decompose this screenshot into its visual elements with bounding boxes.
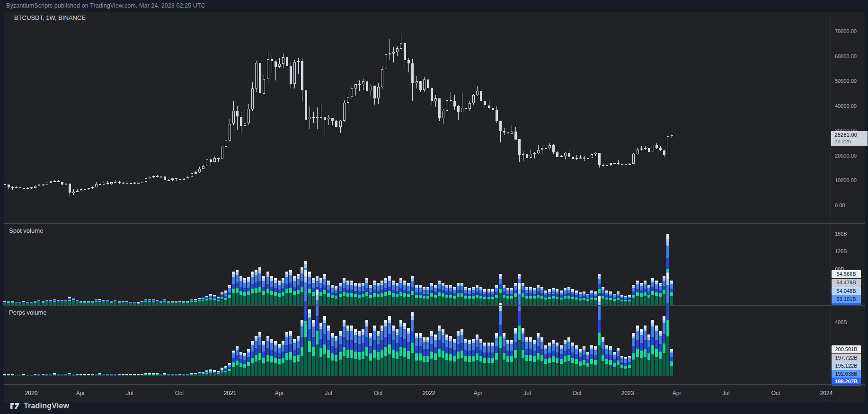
perps-volume-bar: [152, 373, 155, 376]
volume-segment: [628, 358, 631, 362]
volume-segment: [602, 290, 604, 293]
perps-volume-bar: [61, 374, 63, 376]
spot-volume-bar: [579, 292, 582, 305]
candle-up: [591, 154, 593, 158]
volume-segment: [472, 350, 475, 356]
perps-volume-bar: [373, 326, 376, 376]
candle-up: [385, 54, 387, 69]
volume-segment: [72, 375, 75, 376]
candle-up: [434, 98, 437, 101]
volume-segment: [144, 302, 147, 305]
volume-segment: [544, 364, 547, 375]
volume-segment: [548, 299, 551, 305]
volume-segment: [392, 285, 395, 290]
volume-segment: [537, 353, 540, 360]
spot-volume-bar: [118, 301, 121, 305]
spot-volume-bar: [442, 283, 444, 305]
volume-segment: [251, 352, 254, 358]
volume-segment: [479, 356, 482, 362]
spot-volume-bar: [83, 301, 86, 305]
perps-volume-bar: [156, 373, 159, 376]
volume-segment: [533, 299, 536, 305]
time-tick-label: 2021: [224, 390, 237, 396]
candle-down: [179, 179, 181, 180]
volume-segment: [632, 346, 635, 352]
volume-segment: [262, 352, 265, 358]
volume-segment: [45, 302, 48, 305]
volume-segment: [590, 364, 593, 375]
volume-segment: [647, 347, 650, 353]
price-axis-scale[interactable]: [0, 0, 34, 372]
volume-segment: [529, 290, 532, 293]
volume-segment: [83, 303, 86, 305]
perps-volume-bar: [114, 374, 116, 376]
candle-up: [46, 183, 48, 185]
volume-last-value-label: 195.122B: [832, 362, 861, 370]
volume-segment: [392, 297, 395, 305]
volume-segment: [453, 356, 456, 362]
volume-segment: [640, 297, 643, 305]
volume-segment: [670, 284, 673, 289]
chart-plot-area[interactable]: 70000.0060000.0050000.0040000.0030000.00…: [0, 0, 868, 414]
candle-up: [637, 150, 639, 154]
spot-volume-bar: [453, 287, 456, 305]
candle-down: [617, 163, 620, 164]
volume-segment: [266, 361, 269, 376]
volume-segment: [556, 346, 558, 352]
volume-segment: [636, 357, 639, 376]
perps-volume-bar: [640, 329, 643, 376]
candle-wick: [298, 58, 299, 74]
volume-segment: [384, 320, 387, 323]
spot-volume-bar: [491, 289, 494, 305]
perps-volume-bar: [510, 340, 513, 376]
candle-up: [328, 118, 330, 119]
volume-segment: [583, 355, 585, 360]
volume-segment: [651, 326, 654, 336]
volume-segment: [312, 283, 315, 288]
volume-segment: [449, 348, 452, 354]
volume-segment: [362, 291, 364, 294]
candle-up: [362, 81, 364, 84]
spot-volume-bar: [445, 285, 448, 305]
spot-volume-bar: [34, 301, 36, 305]
volume-segment: [358, 344, 361, 352]
volume-segment: [560, 364, 563, 375]
volume-segment: [319, 348, 322, 357]
perps-volume-bar: [49, 374, 52, 376]
volume-segment: [445, 353, 448, 360]
volume-segment: [537, 338, 540, 346]
spot-volume-bar: [609, 291, 612, 305]
volume-segment: [198, 301, 201, 305]
volume-segment: [362, 335, 364, 344]
volume-segment: [343, 320, 345, 323]
volume-segment: [430, 297, 433, 305]
volume-segment: [255, 341, 257, 348]
volume-segment: [624, 369, 627, 376]
volume-segment: [518, 294, 521, 311]
volume-segment: [384, 356, 387, 376]
volume-segment: [445, 288, 448, 292]
time-tick-label: Jul: [325, 390, 332, 396]
volume-segment: [522, 358, 524, 376]
volume-segment: [7, 303, 10, 305]
spot-volume-bar: [487, 289, 490, 305]
spot-volume-bar: [479, 287, 482, 305]
spot-volume-bar: [202, 298, 204, 305]
volume-segment: [644, 292, 647, 296]
candle-down: [275, 62, 277, 67]
volume-segment: [411, 320, 414, 331]
volume-segment: [407, 342, 410, 351]
pane-divider[interactable]: [4, 305, 865, 306]
volume-segment: [381, 285, 383, 290]
candle-up: [152, 176, 155, 177]
pane-divider[interactable]: [4, 223, 865, 224]
volume-segment: [141, 375, 143, 376]
perps-volume-bar: [34, 374, 36, 376]
volume-segment: [129, 375, 132, 376]
tradingview-logo[interactable]: TradingView: [10, 402, 69, 410]
volume-segment: [327, 290, 330, 293]
volume-segment: [308, 313, 311, 317]
perps-volume-bar: [399, 320, 402, 376]
volume-segment: [514, 297, 517, 305]
volume-segment: [464, 356, 467, 362]
